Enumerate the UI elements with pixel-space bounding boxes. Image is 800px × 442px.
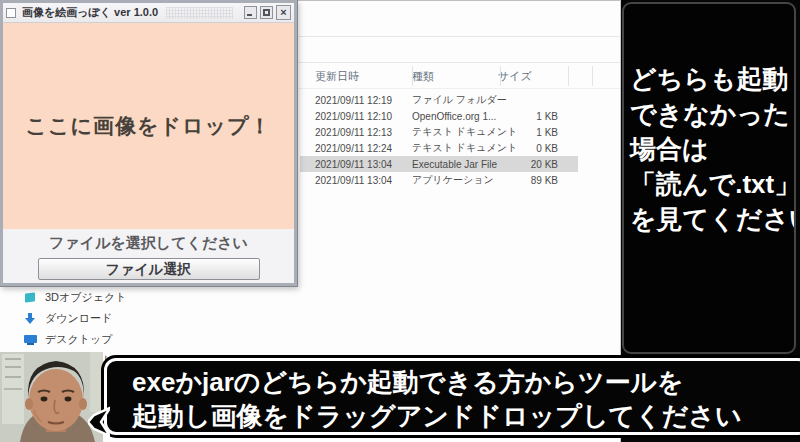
file-type: アプリケーション bbox=[412, 173, 512, 187]
file-type: ファイル フォルダー bbox=[412, 93, 512, 107]
close-button[interactable]: × bbox=[276, 5, 291, 20]
file-row[interactable]: 2021/09/11 13:04 アプリケーション 89 KB bbox=[300, 172, 578, 188]
image-tool-window: 画像を絵画っぽく ver 1.0.0 × ここに画像をドロップ！ ファイルを選択… bbox=[0, 0, 297, 286]
file-size: 89 KB bbox=[512, 175, 558, 186]
sidebar-item-label: デスクトップ bbox=[45, 332, 113, 347]
file-type: Executable Jar File bbox=[412, 159, 512, 170]
video-frame: 更新日時種類サイズ 2021/09/11 12:19 ファイル フォルダー 20… bbox=[0, 0, 800, 442]
column-separator[interactable] bbox=[412, 66, 413, 86]
column-separator[interactable] bbox=[592, 66, 593, 86]
minimize-icon bbox=[247, 14, 252, 16]
side-note-panel: どちらも起動できなかった場合は「読んで.txt」を見てください bbox=[622, 2, 796, 354]
sidebar-item[interactable]: デスクトップ bbox=[14, 329, 184, 350]
sidebar-item[interactable]: 3Dオブジェクト bbox=[14, 287, 184, 308]
column-separator[interactable] bbox=[568, 66, 569, 86]
caption-line: exeかjarのどちらか起動できる方からツールを bbox=[132, 365, 800, 399]
file-type: テキスト ドキュメント bbox=[412, 141, 512, 155]
3d-object-icon bbox=[24, 291, 37, 304]
file-row[interactable]: 2021/09/11 13:04 Executable Jar File 20 … bbox=[300, 156, 578, 172]
caption-bubble: exeかjarのどちらか起動できる方からツールを起動し画像をドラッグアンドドロッ… bbox=[104, 358, 800, 435]
caption-line: 起動し画像をドラッグアンドドロップしてください bbox=[132, 399, 800, 433]
column-header[interactable]: 種類 bbox=[412, 69, 498, 84]
file-size: 20 KB bbox=[512, 159, 558, 170]
caption-text: exeかjarのどちらか起動できる方からツールを起動し画像をドラッグアンドドロッ… bbox=[107, 361, 800, 433]
app-icon bbox=[6, 8, 16, 18]
file-size: 0 KB bbox=[512, 143, 558, 154]
close-icon: × bbox=[277, 6, 290, 19]
file-date: 2021/09/11 12:19 bbox=[300, 95, 412, 106]
file-list-header: 更新日時種類サイズ bbox=[300, 64, 590, 88]
file-date: 2021/09/11 12:13 bbox=[300, 127, 412, 138]
sidebar-item[interactable]: ダウンロード bbox=[14, 308, 184, 329]
column-separator[interactable] bbox=[500, 66, 501, 86]
file-list: 2021/09/11 12:19 ファイル フォルダー 2021/09/11 1… bbox=[300, 92, 578, 188]
file-select-button[interactable]: ファイル選択 bbox=[38, 258, 260, 280]
note-line: どちらも起動 bbox=[630, 62, 794, 97]
file-date: 2021/09/11 13:04 bbox=[300, 159, 412, 170]
column-header[interactable]: 更新日時 bbox=[300, 69, 412, 84]
file-row[interactable]: 2021/09/11 12:24 テキスト ドキュメント 0 KB bbox=[300, 140, 578, 156]
file-select-hint: ファイルを選択してください bbox=[3, 229, 294, 253]
note-line: 場合は bbox=[630, 132, 794, 167]
file-size: 1 KB bbox=[512, 111, 558, 122]
maximize-button[interactable] bbox=[260, 6, 273, 19]
titlebar-texture bbox=[166, 7, 233, 19]
sidebar-item-label: ダウンロード bbox=[45, 311, 112, 326]
side-note-text: どちらも起動できなかった場合は「読んで.txt」を見てください bbox=[624, 4, 794, 237]
app-bottom-panel: ファイルを選択してください ファイル選択 bbox=[3, 229, 294, 283]
file-size: 1 KB bbox=[512, 127, 558, 138]
column-header[interactable]: サイズ bbox=[498, 69, 553, 84]
window-title: 画像を絵画っぽく ver 1.0.0 bbox=[22, 5, 158, 20]
file-row[interactable]: 2021/09/11 12:19 ファイル フォルダー bbox=[300, 92, 578, 108]
maximize-icon bbox=[263, 9, 270, 16]
file-type: テキスト ドキュメント bbox=[412, 125, 512, 139]
caption-tail bbox=[88, 406, 110, 438]
minimize-button[interactable] bbox=[244, 6, 257, 19]
note-line: を見てください bbox=[630, 202, 794, 237]
file-date: 2021/09/11 12:10 bbox=[300, 111, 412, 122]
note-line: 「読んで.txt」 bbox=[630, 167, 794, 202]
title-bar[interactable]: 画像を絵画っぽく ver 1.0.0 × bbox=[3, 3, 294, 23]
file-date: 2021/09/11 13:04 bbox=[300, 175, 412, 186]
file-row[interactable]: 2021/09/11 12:13 テキスト ドキュメント 1 KB bbox=[300, 124, 578, 140]
file-type: OpenOffice.org 1... bbox=[412, 111, 512, 122]
download-icon bbox=[24, 312, 37, 325]
desktop-icon bbox=[24, 333, 37, 346]
image-drop-zone[interactable]: ここに画像をドロップ！ bbox=[3, 23, 294, 229]
sidebar-item-label: 3Dオブジェクト bbox=[45, 290, 127, 305]
note-line: できなかった bbox=[630, 97, 794, 132]
drop-zone-label: ここに画像をドロップ！ bbox=[26, 112, 272, 140]
file-row[interactable]: 2021/09/11 12:10 OpenOffice.org 1... 1 K… bbox=[300, 108, 578, 124]
file-date: 2021/09/11 12:24 bbox=[300, 143, 412, 154]
